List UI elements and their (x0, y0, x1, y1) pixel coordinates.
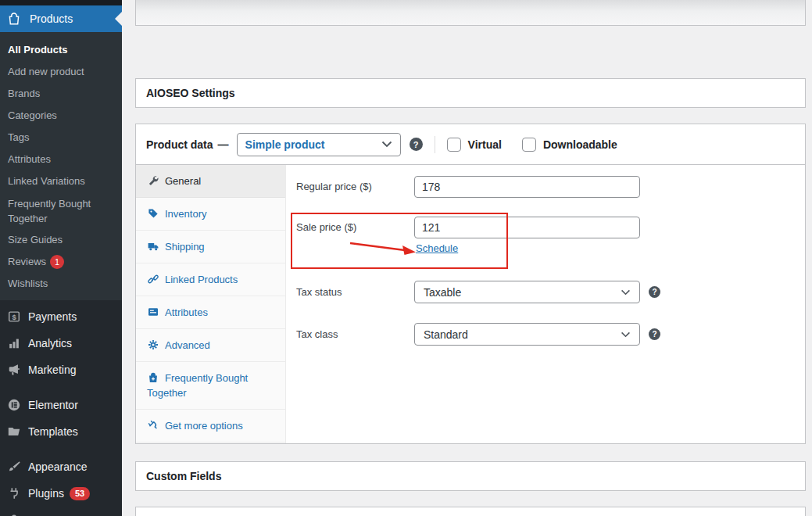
reviews-count-badge: 1 (50, 255, 64, 269)
regular-price-input[interactable] (414, 176, 640, 198)
plug-icon (147, 419, 159, 432)
tab-advanced[interactable]: Advanced (136, 329, 285, 362)
sidebar-item-reviews[interactable]: Reviews1 (0, 251, 122, 273)
sidebar-item-wishlists[interactable]: Wishlists (0, 273, 122, 295)
tab-general[interactable]: General (136, 165, 285, 198)
custom-fields-panel[interactable]: Custom Fields (135, 461, 806, 491)
admin-bar-strip (0, 0, 122, 5)
sidebar-item-linked-variations[interactable]: Linked Variations (0, 170, 122, 192)
link-icon (147, 273, 159, 285)
sidebar-products-label: Products (30, 13, 73, 25)
menu-label: Marketing (28, 364, 76, 376)
header-divider (435, 136, 435, 153)
sidebar-item-tags[interactable]: Tags (0, 127, 122, 149)
product-data-dash: — (218, 138, 229, 151)
tax-status-label: Tax status (296, 286, 342, 299)
virtual-checkbox[interactable] (447, 138, 461, 152)
sidebar-item-products[interactable]: Products (0, 5, 122, 32)
custom-fields-title: Custom Fields (146, 470, 221, 482)
sidebar-item-all-products[interactable]: All Products (0, 39, 122, 61)
tab-label: Frequently Bought Together (147, 372, 248, 399)
sidebar-item-attributes[interactable]: Attributes (0, 149, 122, 170)
sidebar-item-payments[interactable]: $ Payments (0, 303, 122, 330)
sidebar-item-appearance[interactable]: Appearance (0, 453, 122, 480)
product-data-title: Product data (146, 138, 213, 151)
sidebar-item-users[interactable]: Users (0, 507, 122, 516)
wrench-icon (147, 174, 159, 187)
tab-label: Shipping (165, 241, 205, 253)
sidebar-item-frequently-bought-together[interactable]: Frequently Bought Together (0, 192, 122, 229)
product-type-help-icon[interactable]: ? (410, 138, 423, 151)
aioseo-settings-title: AIOSEO Settings (146, 87, 235, 99)
tab-shipping[interactable]: Shipping (136, 231, 285, 263)
sidebar-item-add-new-product[interactable]: Add new product (0, 61, 122, 83)
product-data-body: General Inventory Shipping Linked Produc… (136, 165, 805, 443)
tax-status-help-icon[interactable]: ? (649, 286, 660, 298)
sidebar-item-marketing[interactable]: Marketing (0, 357, 122, 383)
tag-icon (147, 207, 159, 220)
sidebar-item-size-guides[interactable]: Size Guides (0, 229, 122, 251)
menu-label: Elementor (28, 399, 78, 411)
megaphone-icon (6, 363, 22, 377)
aioseo-settings-panel[interactable]: AIOSEO Settings (135, 78, 806, 108)
chevron-down-icon (381, 141, 392, 148)
gear-icon (147, 339, 159, 351)
tax-class-value: Standard (424, 328, 468, 341)
tab-label: Attributes (165, 306, 208, 318)
regular-price-label: Regular price ($) (296, 181, 372, 193)
plugins-count-badge: 53 (70, 487, 90, 500)
downloadable-checkbox[interactable] (522, 138, 536, 152)
product-data-header: Product data — Simple product ? Virtual … (136, 124, 805, 165)
attributes-card-icon (147, 306, 159, 318)
plug-icon (6, 486, 22, 500)
tab-frequently-bought-together[interactable]: Frequently Bought Together (136, 362, 285, 410)
bag-plus-icon (147, 371, 159, 384)
tax-status-select[interactable]: Taxable (414, 281, 640, 303)
chevron-down-icon (621, 289, 631, 296)
products-submenu: All Products Add new product Brands Cate… (0, 32, 122, 300)
dollar-icon: $ (6, 310, 22, 324)
tax-class-help-icon[interactable]: ? (649, 328, 660, 340)
product-data-panel: Product data — Simple product ? Virtual … (135, 124, 806, 444)
tab-label: Inventory (165, 208, 206, 220)
menu-label: Plugins (28, 487, 64, 500)
next-metabox-top (135, 507, 806, 516)
sidebar-item-analytics[interactable]: Analytics (0, 330, 122, 357)
tab-attributes[interactable]: Attributes (136, 296, 285, 329)
sidebar-item-brands[interactable]: Brands (0, 83, 122, 105)
general-tab-fields: Regular price ($) Sale price ($) Schedul… (287, 165, 805, 443)
sidebar-item-categories[interactable]: Categories (0, 105, 122, 127)
reviews-label: Reviews (8, 256, 46, 267)
sidebar-item-elementor[interactable]: Elementor (0, 392, 122, 418)
tax-class-select[interactable]: Standard (414, 323, 640, 346)
menu-label: Appearance (28, 460, 88, 473)
tab-label: Get more options (165, 420, 243, 432)
downloadable-label: Downloadable (543, 138, 617, 151)
chevron-down-icon (621, 331, 631, 338)
menu-separator (0, 383, 122, 392)
svg-text:$: $ (12, 313, 16, 321)
menu-label: Templates (28, 425, 78, 438)
sidebar-item-templates[interactable]: Templates (0, 418, 122, 445)
tab-get-more-options[interactable]: Get more options (136, 410, 285, 443)
user-icon (6, 513, 22, 516)
tab-inventory[interactable]: Inventory (136, 198, 285, 231)
schedule-link[interactable]: Schedule (416, 242, 458, 254)
truck-icon (147, 240, 159, 253)
previous-metabox-bottom (135, 0, 806, 26)
bag-icon (7, 12, 21, 26)
sidebar-item-plugins[interactable]: Plugins 53 (0, 480, 122, 507)
menu-separator (0, 445, 122, 453)
elementor-icon (6, 398, 22, 412)
product-type-select[interactable]: Simple product (237, 133, 401, 156)
sale-price-label: Sale price ($) (296, 221, 356, 234)
tab-label: General (165, 175, 201, 187)
tab-linked-products[interactable]: Linked Products (136, 263, 285, 296)
product-data-tabs: General Inventory Shipping Linked Produc… (136, 165, 286, 443)
menu-label: Payments (28, 310, 77, 323)
admin-sidebar: Products All Products Add new product Br… (0, 0, 122, 516)
sale-price-input[interactable] (414, 217, 640, 238)
tax-class-label: Tax class (296, 328, 338, 341)
active-menu-notch (115, 12, 122, 26)
folder-icon (6, 425, 22, 439)
